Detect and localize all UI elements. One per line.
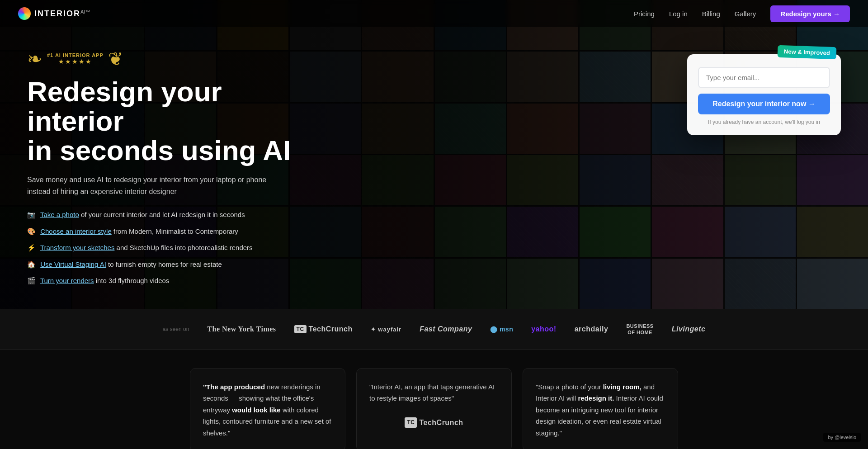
feature-item-renders: 🎬 Turn your renders into 3d flythrough v… xyxy=(27,276,307,286)
logo[interactable]: INTERIORAI™ xyxy=(18,7,90,20)
logo-icon xyxy=(18,7,31,20)
nav-link-login[interactable]: Log in xyxy=(669,10,688,18)
press-logo-nyt: The New York Times xyxy=(207,325,276,333)
nav-cta-button[interactable]: Redesign yours → xyxy=(770,5,850,22)
press-label: as seen on xyxy=(163,326,189,332)
hero-right-panel: New & Improved Redesign your interior no… xyxy=(687,54,841,135)
email-input[interactable] xyxy=(698,67,830,88)
laurel-left-icon: ❧ xyxy=(27,50,42,68)
signup-card: Redesign your interior now → If you alre… xyxy=(687,54,841,135)
nav-link-pricing[interactable]: Pricing xyxy=(634,10,655,18)
techcrunch-logo: TC TechCrunch xyxy=(405,417,463,429)
feature-item-photo: 📷 Take a photo of your current interior … xyxy=(27,210,307,220)
testimonial-quote-3: "Snap a photo of your living room, and I… xyxy=(536,381,665,439)
press-logo-archdaily: archdaily xyxy=(575,325,609,333)
feature-item-staging: 🏠 Use Virtual Staging AI to furnish empt… xyxy=(27,260,307,270)
testimonial-card-3: "Snap a photo of your living room, and I… xyxy=(523,368,678,449)
testimonials-section: "The app produced new renderings in seco… xyxy=(163,350,705,449)
camera-emoji: 📷 xyxy=(27,211,36,218)
press-logo-businessofhome: BUSINESSOF HOME xyxy=(626,323,653,336)
hero-content: ❧ #1 AI Interior App ★★★★★ ❦ Redesign yo… xyxy=(0,27,868,309)
tc-icon: TC xyxy=(294,325,307,333)
award-badge: ❧ #1 AI Interior App ★★★★★ ❦ xyxy=(27,50,307,68)
turn-renders-link[interactable]: Turn your renders xyxy=(40,277,94,284)
transform-sketches-link[interactable]: Transform your sketches xyxy=(40,244,115,251)
press-logo-yahoo: yahoo! xyxy=(531,325,556,333)
press-logo-techcrunch: TC TechCrunch xyxy=(294,325,353,333)
virtual-staging-link[interactable]: Use Virtual Staging AI xyxy=(40,260,106,268)
award-title: #1 AI Interior App xyxy=(47,52,104,58)
nav-link-billing[interactable]: Billing xyxy=(702,10,720,18)
hero-headline: Redesign your interior in seconds using … xyxy=(27,77,307,165)
press-section: as seen on The New York Times TC TechCru… xyxy=(0,309,868,350)
testimonial-quote-2: "Interior AI, an app that taps generativ… xyxy=(369,381,499,404)
logo-text: INTERIORAI™ xyxy=(34,9,90,19)
press-logo-wayfair: ✦ wayfair xyxy=(371,326,401,333)
film-emoji: 🎬 xyxy=(27,277,36,284)
lightning-emoji: ⚡ xyxy=(27,244,36,251)
testimonial-card-2: "Interior AI, an app that taps generativ… xyxy=(356,368,512,449)
take-photo-link[interactable]: Take a photo xyxy=(40,211,79,218)
levelsio-badge: by @levelsio xyxy=(823,433,861,442)
testimonial-card-1: "The app produced new renderings in seco… xyxy=(190,368,345,449)
testimonial-source-2: TC TechCrunch xyxy=(369,411,499,429)
tc-source-icon: TC xyxy=(405,417,417,428)
press-logo-fastcompany: Fast Company xyxy=(420,325,472,333)
feature-list: 📷 Take a photo of your current interior … xyxy=(27,210,307,286)
new-improved-badge: New & Improved xyxy=(778,45,837,60)
award-text: #1 AI Interior App ★★★★★ xyxy=(47,52,104,65)
award-stars: ★★★★★ xyxy=(47,58,104,65)
hero-left-panel: ❧ #1 AI Interior App ★★★★★ ❦ Redesign yo… xyxy=(27,50,307,286)
testimonial-quote-1: "The app produced new renderings in seco… xyxy=(203,381,332,439)
nav-links: Pricing Log in Billing Gallery Redesign … xyxy=(634,5,850,22)
feature-item-sketches: ⚡ Transform your sketches and SketchUp f… xyxy=(27,243,307,253)
press-logo-livingetc: Livingetc xyxy=(672,325,706,333)
press-logo-msn: ⬤msn xyxy=(490,326,513,333)
hero-subtext: Save money and use AI to redesign your i… xyxy=(27,174,280,197)
house-emoji: 🏠 xyxy=(27,260,36,268)
login-hint-text: If you already have an account, we'll lo… xyxy=(698,119,830,125)
redesign-cta-button[interactable]: Redesign your interior now → xyxy=(698,94,830,114)
choose-style-link[interactable]: Choose an interior style xyxy=(40,227,112,235)
navbar: INTERIORAI™ Pricing Log in Billing Galle… xyxy=(0,0,868,27)
feature-item-style: 🎨 Choose an interior style from Modern, … xyxy=(27,227,307,237)
palette-emoji: 🎨 xyxy=(27,227,36,235)
nav-link-gallery[interactable]: Gallery xyxy=(735,10,756,18)
laurel-right-icon: ❦ xyxy=(108,50,123,68)
hero-section: ❧ #1 AI Interior App ★★★★★ ❦ Redesign yo… xyxy=(0,0,868,309)
